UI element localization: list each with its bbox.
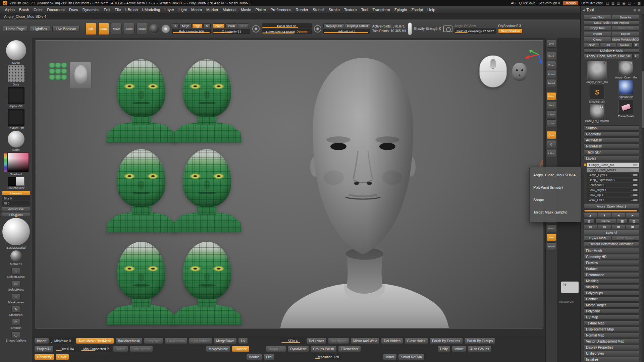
menu-item[interactable]: Render xyxy=(293,8,311,12)
bottom-button[interactable]: Del Higher xyxy=(328,338,349,344)
bottom-button[interactable]: Min Connected P xyxy=(80,346,112,352)
bottom-button[interactable]: MergeDown xyxy=(214,338,237,344)
layer-arrow-button[interactable]: ► xyxy=(626,213,639,218)
current-tool-r-button[interactable]: R xyxy=(633,53,639,58)
quicksave-button[interactable]: QuickSave xyxy=(519,1,535,5)
bottom-button[interactable]: Uv xyxy=(238,338,248,344)
wireframe-head[interactable] xyxy=(112,59,170,142)
menu-item[interactable]: Material xyxy=(220,8,238,12)
brush-preview-icon[interactable] xyxy=(149,24,159,34)
layer-row[interactable]: Close_Eyes 1 xyxy=(587,173,639,178)
gravity-strength-label[interactable]: Gravity Strength 0 xyxy=(414,27,441,31)
tool-thumbnail[interactable]: 9 Angry_Open_Mo xyxy=(615,61,637,79)
tool-panel-button[interactable]: Import xyxy=(584,31,611,36)
replay-button[interactable]: ReplayLastRel xyxy=(345,23,370,28)
menu-item[interactable]: Dynamics xyxy=(80,8,101,12)
bottom-button[interactable]: Unify xyxy=(437,346,450,352)
texture-on-label[interactable]: Texture On xyxy=(559,300,574,303)
menu-item[interactable]: Preferences xyxy=(268,8,293,12)
layer-arrow-button[interactable]: ▼ xyxy=(598,213,611,218)
menu-item[interactable]: Color xyxy=(31,8,45,12)
right-shelf-button[interactable]: Persp xyxy=(547,92,556,100)
bottom-button[interactable]: Auto Mask FiberMesh xyxy=(76,338,114,344)
palette-dot-icon[interactable] xyxy=(638,9,641,12)
bottom-button[interactable]: Polish By Features xyxy=(429,338,463,344)
menu-item[interactable]: Alpha xyxy=(3,8,17,12)
deepshadow-button[interactable]: DeepShadow xyxy=(498,28,523,34)
sculpt-mode-button[interactable]: Zadd xyxy=(213,23,225,28)
layer-icon-button[interactable]: ▩ xyxy=(612,224,625,229)
bottom-button[interactable]: Resolution 128 xyxy=(314,354,342,360)
wireframe-head[interactable] xyxy=(112,149,170,232)
menu-item[interactable]: Draw xyxy=(67,8,80,12)
layer-row[interactable]: 1 Angry_Close_Mo xyxy=(587,163,639,168)
bottom-button[interactable]: LazyStep xyxy=(144,338,163,344)
bottom-button[interactable]: Morph UV xyxy=(266,346,286,352)
tool-panel-section[interactable]: NanoMesh xyxy=(584,143,639,149)
focal-shift-slider[interactable]: Focal Shift 51 xyxy=(262,23,312,28)
tool-panel-button[interactable]: Paste Tool xyxy=(612,25,639,31)
select-mask-tool[interactable]: ◌ SelectLasso xyxy=(7,268,25,279)
default-zscript-button[interactable]: DefaultZScript xyxy=(581,1,602,5)
tool-thumbnail[interactable]: 13 Base_Uv_Exportin xyxy=(585,104,609,123)
sculpt-head-model[interactable] xyxy=(270,49,451,328)
right-shelf-button[interactable]: Qxyz xyxy=(547,131,556,139)
menu-item[interactable]: Macro xyxy=(189,8,204,12)
menu-item[interactable]: Light xyxy=(176,8,189,12)
tool-panel-button[interactable]: Export xyxy=(612,31,639,36)
menu-item[interactable]: Document xyxy=(45,8,67,12)
right-shelf-button[interactable]: Ghost xyxy=(547,224,556,232)
bottom-button[interactable]: LazyRadius xyxy=(164,338,187,344)
bottom-button[interactable]: Dist 0.04 xyxy=(55,346,79,352)
menu-item[interactable]: Movie xyxy=(238,8,253,12)
bottom-button[interactable]: MidValue 0 xyxy=(50,338,74,344)
tool-panel-button[interactable]: GoZ xyxy=(584,43,599,48)
bottom-button[interactable]: ProjectAll xyxy=(34,346,54,352)
tool-panel-section[interactable]: Normal Map xyxy=(584,333,639,338)
tool-panel-section[interactable]: Polypaint xyxy=(584,308,639,314)
replay-button[interactable]: ReplayLast xyxy=(323,23,344,28)
home-page-button[interactable]: Home Page xyxy=(3,26,28,32)
left-shelf-swatch[interactable]: SwitchColor xyxy=(7,177,25,190)
menu-item[interactable]: Edit xyxy=(102,8,113,12)
wireframe-head[interactable] xyxy=(178,59,236,142)
menu-item[interactable]: Marker xyxy=(204,8,221,12)
camera-icon[interactable] xyxy=(443,25,452,32)
live-boolean-button[interactable]: Live Boolean xyxy=(52,26,79,32)
left-shelf-swatch[interactable]: Satin xyxy=(8,131,24,152)
bottom-button[interactable]: Groups Polish xyxy=(310,346,337,352)
right-shelf-button[interactable]: Actual xyxy=(547,70,556,78)
left-shelf-swatch[interactable]: Move xyxy=(6,40,26,64)
bottom-button[interactable]: Import xyxy=(34,338,49,344)
bottom-button[interactable]: Colorize xyxy=(232,346,250,352)
right-shelf-button[interactable]: Zoom xyxy=(547,61,556,69)
color-mode-button[interactable]: Rgb xyxy=(192,23,203,28)
right-shelf-button[interactable]: Frame xyxy=(547,242,556,250)
tool-panel-section[interactable]: UV Map xyxy=(584,314,639,320)
select-mask-tool[interactable]: ◡ SmoothValleys xyxy=(5,331,26,342)
wireframe-head[interactable] xyxy=(112,242,170,325)
layer-row[interactable]: Angry_Open_Mout 1 xyxy=(587,168,639,173)
select-mask-tool[interactable]: ◠ Smooth xyxy=(10,319,21,329)
tool-panel-button[interactable]: R xyxy=(633,43,639,48)
layer-arrow-button[interactable]: ▲ xyxy=(584,213,597,218)
right-shelf-button[interactable]: BPR xyxy=(547,40,556,48)
lightbox-button[interactable]: LightBox xyxy=(30,26,50,32)
menu-item[interactable]: Zplugin xyxy=(392,8,409,12)
right-shelf-button[interactable]: Floor xyxy=(547,101,556,109)
bottom-button[interactable]: Del Hidden xyxy=(381,338,403,344)
bake-all-button[interactable]: Bake All xyxy=(584,230,639,235)
layer-icon-button[interactable]: ▦ xyxy=(626,224,639,229)
import-mdd-button[interactable]: Import MDD xyxy=(584,236,611,241)
tool-panel-section[interactable]: Contact xyxy=(584,296,639,302)
menu-item[interactable]: Transform xyxy=(370,8,392,12)
layer-tool-button[interactable]: Name xyxy=(595,219,616,224)
angle-of-view-label[interactable]: Angle Of View xyxy=(454,24,496,28)
context-menu-item[interactable]: Shape xyxy=(530,193,581,206)
menu-item[interactable]: Tool xyxy=(359,8,370,12)
material-swatch[interactable]: BasicMaterial xyxy=(2,218,30,249)
tool-panel-section[interactable]: Polygroups xyxy=(584,290,639,296)
rotate-button[interactable]: Rotate xyxy=(137,23,147,35)
right-shelf-button[interactable]: Solo xyxy=(547,233,556,241)
bottom-button[interactable]: Delete xyxy=(113,346,128,352)
